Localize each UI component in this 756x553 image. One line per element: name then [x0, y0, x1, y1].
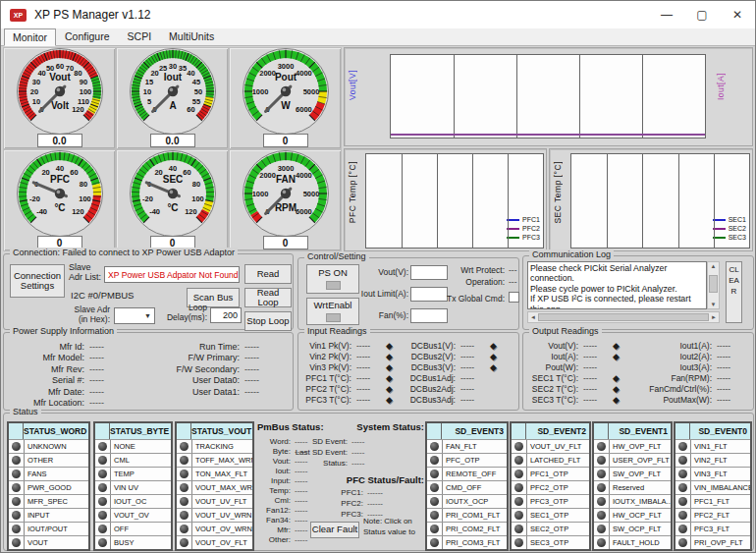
reading-row: Mfr Id:----- — [10, 341, 129, 353]
status-value[interactable]: ----- — [351, 459, 364, 468]
status-value[interactable]: ----- — [295, 506, 307, 515]
status-value-row: Fan34:----- — [255, 516, 307, 525]
tab-monitor[interactable]: Monitor — [4, 28, 56, 46]
minimize-button[interactable]: — — [649, 1, 684, 28]
scroll-up-icon[interactable]: ▲ — [711, 263, 717, 269]
read-button[interactable]: Read — [244, 264, 292, 284]
gauge-pfc: -40-20020406080100120PFC°C0 — [3, 149, 116, 251]
output-readings-group: Output Readings Vout(V):-----◆Iout(A):--… — [522, 332, 754, 411]
status-row: VIN_IMBALANCE — [675, 480, 750, 494]
status-table-status_byte: STATUS_BYTENONECMLTEMPVIN UVIOUT_OCVOUT_… — [93, 421, 173, 551]
reading-row: Vout(V):-----◆ — [527, 340, 620, 351]
led-indicator — [180, 442, 189, 451]
status-value[interactable]: ----- — [351, 448, 364, 457]
tab-multiunits[interactable]: MultiUnits — [160, 28, 223, 45]
status-value[interactable]: ----- — [295, 535, 307, 544]
status-diamond-icon: ◆ — [386, 352, 393, 361]
status-flag-label: VOUT_OV — [110, 509, 171, 522]
read-loop-button[interactable]: Read Loop — [244, 288, 292, 307]
reading-row: Iout3(A):----- — [633, 361, 746, 372]
status-flag-label: PRI_COM2_FLT — [442, 523, 507, 535]
wrt-enabl-button[interactable]: WrtEnabl — [306, 298, 359, 325]
header-corner — [512, 423, 526, 439]
tab-scpi[interactable]: SCPI — [119, 28, 161, 45]
reading-row: Mfr Rev:----- — [10, 363, 129, 375]
led-indicator — [12, 497, 21, 506]
status-value[interactable]: ----- — [351, 437, 364, 446]
reading-label: DCBus1Adj: — [403, 373, 456, 383]
status-value[interactable]: ------ — [367, 488, 383, 497]
status-value[interactable]: ----- — [295, 525, 307, 534]
legend-entry-sec3: SEC3 — [713, 233, 746, 242]
clear-fault-button[interactable]: Clear Fault — [310, 522, 359, 538]
svg-text:100: 100 — [79, 194, 91, 203]
slave-adr-hex-label-line2: (in Hex): — [65, 315, 110, 325]
reading-value: ----- — [583, 395, 611, 405]
reading-row: F/W Primary:----- — [151, 353, 284, 364]
close-button[interactable]: ✕ — [720, 1, 755, 28]
status-row: VOUT — [9, 535, 88, 549]
status-value-row: Iout:----- — [255, 467, 307, 475]
hscroll-thumb[interactable] — [538, 313, 709, 321]
status-value[interactable]: ----- — [295, 496, 307, 505]
status-value-label: Status: — [285, 459, 348, 468]
led-indicator — [430, 497, 439, 506]
svg-text:60: 60 — [70, 168, 78, 177]
app-icon: XP — [10, 9, 27, 22]
slave-adr-dropdown[interactable]: ▼ — [114, 307, 155, 324]
status-flag-label: VOUT_UV_FLT — [526, 440, 589, 453]
led-indicator — [597, 470, 606, 478]
status-value[interactable]: ----- — [295, 516, 307, 525]
status-table-header: SD_EVENT1 — [594, 423, 671, 439]
ps-on-button[interactable]: PS ON — [306, 264, 359, 294]
reading-value: ----- — [89, 398, 129, 408]
scroll-left-icon[interactable]: ◄ — [530, 314, 536, 320]
comm-log-hscrollbar[interactable]: ◄ ► — [527, 311, 720, 323]
clear-log-button[interactable]: CLEAR — [726, 261, 742, 323]
led-indicator — [597, 538, 606, 547]
led-indicator — [430, 470, 439, 478]
reading-label: PFC1 T(°C): — [302, 373, 351, 383]
reading-value: ----- — [460, 373, 488, 383]
status-value-label: Other: — [255, 535, 291, 544]
ps-on-label: PS ON — [318, 268, 348, 278]
status-value[interactable]: ----- — [295, 467, 307, 475]
reading-value: ----- — [717, 362, 746, 372]
svg-text:5000: 5000 — [302, 190, 319, 198]
control-field-input[interactable] — [410, 308, 448, 323]
svg-text:Volt: Volt — [50, 100, 69, 111]
status-value[interactable]: ----- — [295, 486, 307, 495]
status-row: PRI_COM2_FLT — [427, 522, 507, 535]
reading-row: Pout(W):----- — [527, 361, 620, 372]
status-flag-label: FANS — [24, 468, 88, 480]
operation-label: Operation: — [446, 278, 505, 288]
input-readings-group-title: Input Readings — [304, 326, 370, 336]
vscroll-thumb[interactable] — [709, 275, 718, 293]
maximize-button[interactable]: ▢ — [684, 1, 720, 28]
svg-text:45: 45 — [191, 78, 199, 86]
stop-loop-button[interactable]: Stop Loop — [244, 311, 292, 331]
comm-log-vscrollbar[interactable]: ▲ ▼ — [707, 261, 720, 309]
status-value[interactable]: ------ — [367, 499, 383, 508]
control-field-input[interactable] — [410, 265, 448, 280]
reading-row: Fan(RPM):----- — [633, 372, 746, 383]
tx-global-checkbox[interactable] — [509, 292, 519, 303]
status-table-header: STATUS_WORD — [9, 423, 88, 439]
status-flag-label: PRI_COM1_FLT — [442, 509, 507, 522]
reading-value: ----- — [89, 364, 129, 374]
status-flag-label: VIN1_FLT — [690, 440, 750, 453]
connection-settings-button[interactable]: Connection Settings — [10, 264, 65, 298]
status-value-row: Temp:----- — [255, 486, 307, 495]
tab-configure[interactable]: Configure — [56, 28, 119, 45]
scroll-right-icon[interactable]: ► — [711, 314, 717, 320]
adaptor-status-combobox[interactable]: XP Power USB Adpator Not Found — [104, 266, 240, 283]
loop-delay-input[interactable]: 200 — [210, 307, 242, 323]
legend-swatch — [507, 228, 519, 230]
comm-log-textarea[interactable]: Please check PICkit Serial Analyzer conn… — [527, 261, 707, 309]
reading-label: Mfr Rev: — [10, 364, 84, 374]
reading-row: DCBus2Adj:----- — [403, 383, 497, 394]
status-row: PFC1_OTP — [512, 467, 589, 480]
scroll-down-icon[interactable]: ▼ — [711, 302, 717, 307]
sec-legend: SEC1SEC2SEC3 — [713, 215, 746, 242]
status-value[interactable]: ----- — [295, 476, 307, 485]
